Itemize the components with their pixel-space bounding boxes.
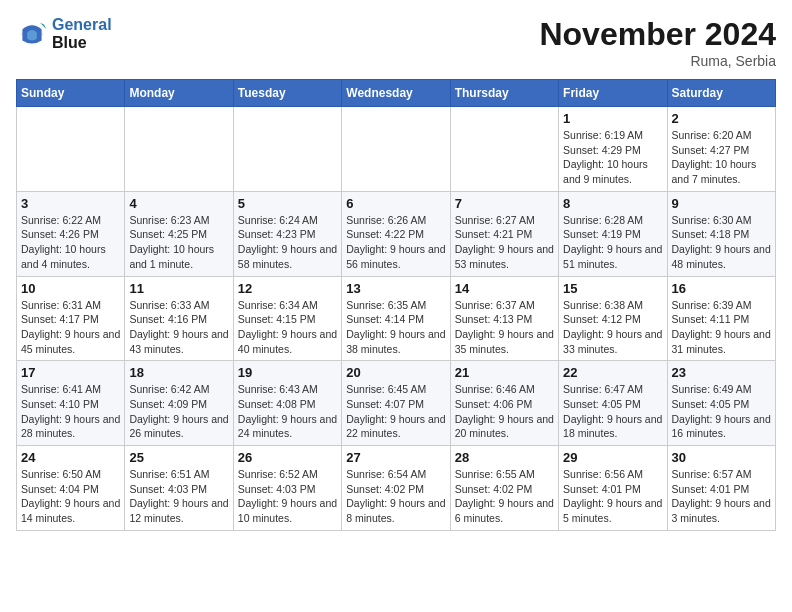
day-number: 30 bbox=[672, 450, 771, 465]
calendar-cell: 2Sunrise: 6:20 AM Sunset: 4:27 PM Daylig… bbox=[667, 107, 775, 192]
calendar-cell: 22Sunrise: 6:47 AM Sunset: 4:05 PM Dayli… bbox=[559, 361, 667, 446]
header-day: Saturday bbox=[667, 80, 775, 107]
day-number: 2 bbox=[672, 111, 771, 126]
day-info: Sunrise: 6:51 AM Sunset: 4:03 PM Dayligh… bbox=[129, 467, 228, 526]
day-info: Sunrise: 6:27 AM Sunset: 4:21 PM Dayligh… bbox=[455, 213, 554, 272]
calendar-cell: 18Sunrise: 6:42 AM Sunset: 4:09 PM Dayli… bbox=[125, 361, 233, 446]
title-block: November 2024 Ruma, Serbia bbox=[539, 16, 776, 69]
calendar-week: 17Sunrise: 6:41 AM Sunset: 4:10 PM Dayli… bbox=[17, 361, 776, 446]
calendar-cell: 11Sunrise: 6:33 AM Sunset: 4:16 PM Dayli… bbox=[125, 276, 233, 361]
calendar-week: 24Sunrise: 6:50 AM Sunset: 4:04 PM Dayli… bbox=[17, 446, 776, 531]
day-number: 5 bbox=[238, 196, 337, 211]
calendar-cell bbox=[450, 107, 558, 192]
day-number: 21 bbox=[455, 365, 554, 380]
day-info: Sunrise: 6:55 AM Sunset: 4:02 PM Dayligh… bbox=[455, 467, 554, 526]
day-info: Sunrise: 6:34 AM Sunset: 4:15 PM Dayligh… bbox=[238, 298, 337, 357]
day-info: Sunrise: 6:54 AM Sunset: 4:02 PM Dayligh… bbox=[346, 467, 445, 526]
calendar-cell bbox=[233, 107, 341, 192]
day-info: Sunrise: 6:23 AM Sunset: 4:25 PM Dayligh… bbox=[129, 213, 228, 272]
calendar-cell: 30Sunrise: 6:57 AM Sunset: 4:01 PM Dayli… bbox=[667, 446, 775, 531]
day-info: Sunrise: 6:56 AM Sunset: 4:01 PM Dayligh… bbox=[563, 467, 662, 526]
day-number: 18 bbox=[129, 365, 228, 380]
calendar-header: SundayMondayTuesdayWednesdayThursdayFrid… bbox=[17, 80, 776, 107]
calendar-table: SundayMondayTuesdayWednesdayThursdayFrid… bbox=[16, 79, 776, 531]
day-number: 3 bbox=[21, 196, 120, 211]
calendar-cell: 10Sunrise: 6:31 AM Sunset: 4:17 PM Dayli… bbox=[17, 276, 125, 361]
calendar-cell: 12Sunrise: 6:34 AM Sunset: 4:15 PM Dayli… bbox=[233, 276, 341, 361]
day-number: 8 bbox=[563, 196, 662, 211]
day-number: 17 bbox=[21, 365, 120, 380]
day-info: Sunrise: 6:20 AM Sunset: 4:27 PM Dayligh… bbox=[672, 128, 771, 187]
day-number: 11 bbox=[129, 281, 228, 296]
day-number: 23 bbox=[672, 365, 771, 380]
day-number: 25 bbox=[129, 450, 228, 465]
day-info: Sunrise: 6:47 AM Sunset: 4:05 PM Dayligh… bbox=[563, 382, 662, 441]
header-day: Tuesday bbox=[233, 80, 341, 107]
header-day: Wednesday bbox=[342, 80, 450, 107]
header-day: Sunday bbox=[17, 80, 125, 107]
calendar-cell: 9Sunrise: 6:30 AM Sunset: 4:18 PM Daylig… bbox=[667, 191, 775, 276]
day-number: 10 bbox=[21, 281, 120, 296]
calendar-cell: 16Sunrise: 6:39 AM Sunset: 4:11 PM Dayli… bbox=[667, 276, 775, 361]
calendar-cell: 20Sunrise: 6:45 AM Sunset: 4:07 PM Dayli… bbox=[342, 361, 450, 446]
day-info: Sunrise: 6:50 AM Sunset: 4:04 PM Dayligh… bbox=[21, 467, 120, 526]
day-info: Sunrise: 6:39 AM Sunset: 4:11 PM Dayligh… bbox=[672, 298, 771, 357]
day-info: Sunrise: 6:35 AM Sunset: 4:14 PM Dayligh… bbox=[346, 298, 445, 357]
day-info: Sunrise: 6:52 AM Sunset: 4:03 PM Dayligh… bbox=[238, 467, 337, 526]
calendar-cell: 3Sunrise: 6:22 AM Sunset: 4:26 PM Daylig… bbox=[17, 191, 125, 276]
day-number: 27 bbox=[346, 450, 445, 465]
page-header: General Blue November 2024 Ruma, Serbia bbox=[16, 16, 776, 69]
day-number: 14 bbox=[455, 281, 554, 296]
day-info: Sunrise: 6:49 AM Sunset: 4:05 PM Dayligh… bbox=[672, 382, 771, 441]
day-info: Sunrise: 6:46 AM Sunset: 4:06 PM Dayligh… bbox=[455, 382, 554, 441]
logo: General Blue bbox=[16, 16, 112, 51]
day-number: 12 bbox=[238, 281, 337, 296]
day-info: Sunrise: 6:42 AM Sunset: 4:09 PM Dayligh… bbox=[129, 382, 228, 441]
location: Ruma, Serbia bbox=[539, 53, 776, 69]
day-number: 28 bbox=[455, 450, 554, 465]
calendar-cell: 29Sunrise: 6:56 AM Sunset: 4:01 PM Dayli… bbox=[559, 446, 667, 531]
day-number: 15 bbox=[563, 281, 662, 296]
calendar-cell: 7Sunrise: 6:27 AM Sunset: 4:21 PM Daylig… bbox=[450, 191, 558, 276]
calendar-cell: 26Sunrise: 6:52 AM Sunset: 4:03 PM Dayli… bbox=[233, 446, 341, 531]
day-info: Sunrise: 6:24 AM Sunset: 4:23 PM Dayligh… bbox=[238, 213, 337, 272]
header-day: Thursday bbox=[450, 80, 558, 107]
calendar-cell bbox=[17, 107, 125, 192]
calendar-cell bbox=[342, 107, 450, 192]
day-number: 1 bbox=[563, 111, 662, 126]
calendar-cell: 21Sunrise: 6:46 AM Sunset: 4:06 PM Dayli… bbox=[450, 361, 558, 446]
header-day: Monday bbox=[125, 80, 233, 107]
calendar-cell: 8Sunrise: 6:28 AM Sunset: 4:19 PM Daylig… bbox=[559, 191, 667, 276]
day-info: Sunrise: 6:30 AM Sunset: 4:18 PM Dayligh… bbox=[672, 213, 771, 272]
calendar-cell: 13Sunrise: 6:35 AM Sunset: 4:14 PM Dayli… bbox=[342, 276, 450, 361]
calendar-cell: 6Sunrise: 6:26 AM Sunset: 4:22 PM Daylig… bbox=[342, 191, 450, 276]
day-number: 26 bbox=[238, 450, 337, 465]
day-info: Sunrise: 6:26 AM Sunset: 4:22 PM Dayligh… bbox=[346, 213, 445, 272]
calendar-cell: 17Sunrise: 6:41 AM Sunset: 4:10 PM Dayli… bbox=[17, 361, 125, 446]
header-day: Friday bbox=[559, 80, 667, 107]
day-number: 20 bbox=[346, 365, 445, 380]
day-number: 9 bbox=[672, 196, 771, 211]
day-info: Sunrise: 6:57 AM Sunset: 4:01 PM Dayligh… bbox=[672, 467, 771, 526]
day-info: Sunrise: 6:41 AM Sunset: 4:10 PM Dayligh… bbox=[21, 382, 120, 441]
calendar-cell: 4Sunrise: 6:23 AM Sunset: 4:25 PM Daylig… bbox=[125, 191, 233, 276]
day-info: Sunrise: 6:43 AM Sunset: 4:08 PM Dayligh… bbox=[238, 382, 337, 441]
calendar-cell: 23Sunrise: 6:49 AM Sunset: 4:05 PM Dayli… bbox=[667, 361, 775, 446]
calendar-week: 1Sunrise: 6:19 AM Sunset: 4:29 PM Daylig… bbox=[17, 107, 776, 192]
calendar-body: 1Sunrise: 6:19 AM Sunset: 4:29 PM Daylig… bbox=[17, 107, 776, 531]
day-info: Sunrise: 6:28 AM Sunset: 4:19 PM Dayligh… bbox=[563, 213, 662, 272]
logo-icon bbox=[16, 18, 48, 50]
calendar-week: 10Sunrise: 6:31 AM Sunset: 4:17 PM Dayli… bbox=[17, 276, 776, 361]
day-number: 22 bbox=[563, 365, 662, 380]
calendar-cell: 1Sunrise: 6:19 AM Sunset: 4:29 PM Daylig… bbox=[559, 107, 667, 192]
day-number: 29 bbox=[563, 450, 662, 465]
logo-text: General Blue bbox=[52, 16, 112, 51]
month-title: November 2024 bbox=[539, 16, 776, 53]
calendar-cell: 27Sunrise: 6:54 AM Sunset: 4:02 PM Dayli… bbox=[342, 446, 450, 531]
calendar-cell bbox=[125, 107, 233, 192]
day-number: 4 bbox=[129, 196, 228, 211]
calendar-cell: 14Sunrise: 6:37 AM Sunset: 4:13 PM Dayli… bbox=[450, 276, 558, 361]
day-info: Sunrise: 6:45 AM Sunset: 4:07 PM Dayligh… bbox=[346, 382, 445, 441]
calendar-cell: 19Sunrise: 6:43 AM Sunset: 4:08 PM Dayli… bbox=[233, 361, 341, 446]
day-info: Sunrise: 6:38 AM Sunset: 4:12 PM Dayligh… bbox=[563, 298, 662, 357]
